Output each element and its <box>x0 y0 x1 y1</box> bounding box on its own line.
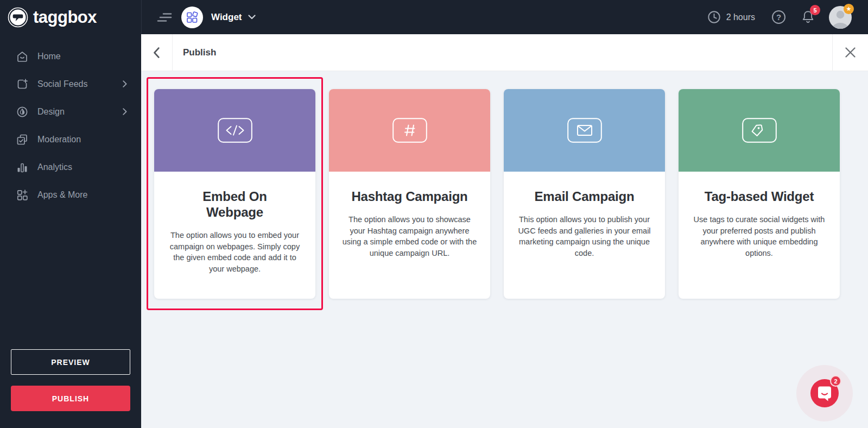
card-body: Email Campaign This option allows you to… <box>504 172 665 299</box>
apps-more-icon <box>16 189 28 201</box>
card-header <box>504 89 665 172</box>
close-button[interactable] <box>832 34 868 71</box>
social-feeds-icon <box>16 78 28 90</box>
chat-bubble-icon <box>816 385 833 402</box>
back-button[interactable] <box>141 34 173 71</box>
analytics-icon <box>16 161 28 173</box>
card-header <box>679 89 840 172</box>
card-email-campaign[interactable]: Email Campaign This option allows you to… <box>504 89 665 299</box>
selected-option-highlight: Embed On Webpage The option allows you t… <box>147 77 323 310</box>
card-title: Embed On Webpage <box>165 188 305 220</box>
sidebar: taggbox Home Social <box>0 0 141 428</box>
chevron-left-icon <box>154 47 160 58</box>
card-description: The option allows you to showcase your H… <box>340 214 479 259</box>
sidebar-item-label: Apps & More <box>37 190 87 200</box>
menu-collapse-icon[interactable] <box>157 12 172 23</box>
card-header <box>329 89 490 172</box>
card-body: Hashtag Campaign The option allows you t… <box>329 172 490 299</box>
topbar: Widget 2 hours ? <box>141 0 868 34</box>
clock-icon <box>707 10 721 24</box>
app-root: taggbox Home Social <box>0 0 868 428</box>
publish-button[interactable]: PUBLISH <box>11 386 130 411</box>
design-icon <box>16 106 28 118</box>
card-title: Email Campaign <box>515 188 654 204</box>
hashtag-icon <box>392 118 427 143</box>
card-body: Tag-based Widget Use tags to curate soci… <box>679 172 840 299</box>
card-title: Tag-based Widget <box>689 188 829 204</box>
sidebar-item-social-feeds[interactable]: Social Feeds <box>0 70 141 98</box>
chat-launcher-button[interactable]: 2 <box>810 379 839 407</box>
chevron-right-icon <box>123 80 127 87</box>
card-tag-based-widget[interactable]: Tag-based Widget Use tags to curate soci… <box>679 89 840 299</box>
sidebar-item-design[interactable]: Design <box>0 98 141 125</box>
moderation-icon <box>16 134 28 146</box>
notification-count-badge: 5 <box>810 5 820 15</box>
close-icon <box>845 47 856 58</box>
card-description: Use tags to curate social widgets with y… <box>689 214 829 259</box>
sidebar-item-home[interactable]: Home <box>0 42 141 70</box>
home-icon <box>16 51 28 62</box>
main-area: Widget 2 hours ? <box>141 0 868 428</box>
topbar-right: 2 hours ? 5 <box>707 6 852 29</box>
code-embed-icon <box>218 118 252 143</box>
card-header <box>154 89 315 172</box>
notifications-bell[interactable]: 5 <box>801 10 815 24</box>
sidebar-item-apps-more[interactable]: Apps & More <box>0 181 141 209</box>
publish-options: Embed On Webpage The option allows you t… <box>141 71 868 428</box>
tag-icon <box>742 118 777 143</box>
widget-selector[interactable]: Widget <box>211 12 242 23</box>
chevron-down-icon[interactable] <box>248 15 256 20</box>
taggbox-logo-icon <box>7 7 29 28</box>
sidebar-item-analytics[interactable]: Analytics <box>0 153 141 181</box>
sidebar-actions: PREVIEW PUBLISH <box>0 349 141 428</box>
chat-unread-badge: 2 <box>830 375 841 387</box>
star-badge-icon: ★ <box>844 4 854 14</box>
logo-text: taggbox <box>33 8 97 27</box>
card-embed-on-webpage[interactable]: Embed On Webpage The option allows you t… <box>154 89 315 299</box>
card-hashtag-campaign[interactable]: Hashtag Campaign The option allows you t… <box>329 89 490 299</box>
sidebar-item-label: Design <box>37 107 65 117</box>
publish-panel-header: Publish <box>141 34 868 71</box>
preview-button[interactable]: PREVIEW <box>11 349 130 375</box>
card-body: Embed On Webpage The option allows you t… <box>154 172 315 299</box>
widget-type-icon[interactable] <box>181 7 203 28</box>
sidebar-item-label: Social Feeds <box>37 79 88 89</box>
card-description: The option allows you to embed your camp… <box>165 230 305 274</box>
sidebar-item-label: Moderation <box>37 135 81 144</box>
session-time-text: 2 hours <box>726 12 755 22</box>
chevron-right-icon <box>123 108 127 115</box>
sidebar-item-label: Home <box>37 52 61 61</box>
help-icon[interactable]: ? <box>772 10 785 24</box>
sidebar-item-moderation[interactable]: Moderation <box>0 125 141 153</box>
card-title: Hashtag Campaign <box>340 188 479 204</box>
panel-title: Publish <box>173 34 832 71</box>
taggbox-logo[interactable]: taggbox <box>0 0 141 34</box>
sidebar-nav: Home Social Feeds <box>0 34 141 209</box>
session-timer: 2 hours <box>707 10 755 24</box>
sidebar-item-label: Analytics <box>37 162 72 172</box>
user-avatar[interactable]: ★ <box>829 6 852 29</box>
envelope-icon <box>567 118 602 143</box>
card-description: This option allows you to publish your U… <box>515 214 654 259</box>
